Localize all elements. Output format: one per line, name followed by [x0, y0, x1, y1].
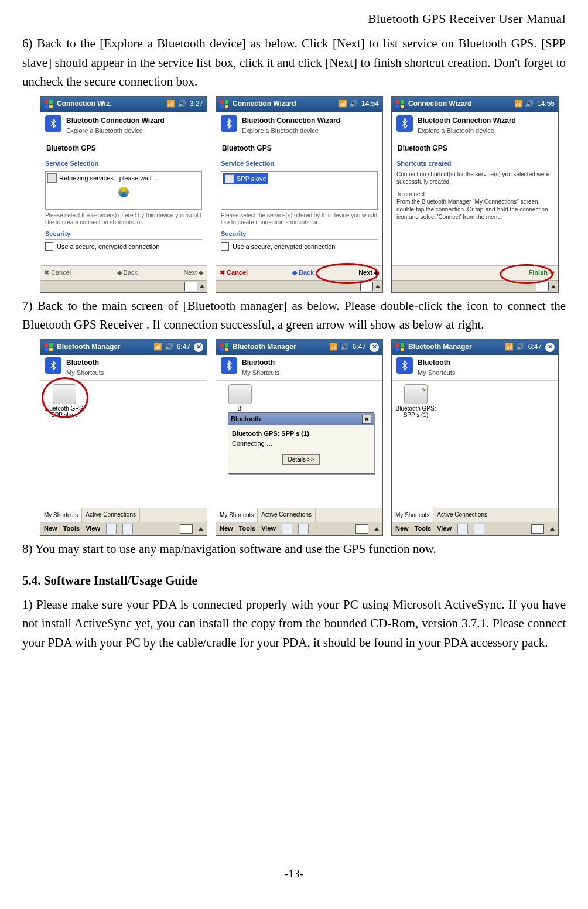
windows-start-icon[interactable]: [44, 343, 53, 352]
secure-connection-checkbox[interactable]: Use a secure, encrypted connection: [221, 242, 378, 252]
cancel-button[interactable]: ✖ Cancel: [220, 268, 248, 278]
shortcut-label: Bluetooth GPS: SPP s (1): [396, 405, 436, 418]
shortcuts-area[interactable]: BlGP Bluetooth✕ Bluetooth GPS: SPP s (1)…: [216, 380, 382, 508]
toolbar-icon-1[interactable]: [457, 524, 468, 534]
document-header: Bluetooth GPS Receiver User Manual: [368, 9, 566, 29]
shortcut-label: Bluetooth GPS: SPP slave: [45, 405, 85, 418]
security-label: Security: [221, 229, 378, 240]
tab-active-connections[interactable]: Active Connections: [258, 508, 316, 522]
windows-start-icon[interactable]: [44, 100, 53, 109]
toolbar-icon-2[interactable]: [298, 524, 309, 534]
secure-connection-checkbox[interactable]: Use a secure, encrypted connection: [45, 242, 202, 252]
page-number: -13-: [0, 865, 588, 882]
menu-view[interactable]: View: [86, 524, 100, 534]
service-list[interactable]: SPP slave: [221, 171, 378, 210]
bm-header: Bluetooth: [66, 357, 104, 368]
security-label: Security: [45, 229, 202, 240]
wizard-shot-3: Connection Wizard 📶 🔊 14:55 Bluetooth Co…: [391, 96, 559, 293]
shortcut-item[interactable]: Bluetooth GPS: SPP slave: [44, 384, 85, 418]
menu-new[interactable]: New: [44, 524, 57, 534]
service-list[interactable]: Retrieving services - please wait …: [45, 171, 202, 210]
shortcut-item-connected[interactable]: ↘ Bluetooth GPS: SPP s (1): [395, 384, 436, 418]
svg-rect-23: [401, 348, 404, 351]
arrow-up-icon[interactable]: [374, 527, 379, 531]
svg-rect-3: [49, 105, 53, 108]
windows-start-icon[interactable]: [220, 100, 229, 109]
wizard-shot-1: Connection Wiz. 📶 🔊 3:27 Bluetooth Conne…: [40, 96, 207, 293]
windows-start-icon[interactable]: [220, 343, 229, 352]
spp-slave-item[interactable]: SPP slave: [223, 173, 268, 184]
details-button[interactable]: Details >>: [282, 454, 319, 466]
tray-icons: 📶 🔊 6:47: [153, 341, 190, 353]
windows-start-icon[interactable]: [395, 100, 405, 109]
svg-rect-21: [401, 343, 404, 347]
step-8-text: 8) You may start to use any map/navigati…: [22, 539, 566, 559]
service-selection-label: Service Selection: [221, 159, 378, 169]
keyboard-icon[interactable]: [360, 282, 373, 291]
tab-my-shortcuts[interactable]: My Shortcuts: [392, 508, 433, 522]
menu-new[interactable]: New: [395, 524, 409, 534]
back-button[interactable]: ◆ Back: [117, 268, 138, 278]
title-bar-label: Connection Wizard: [408, 98, 472, 110]
svg-rect-18: [220, 348, 224, 351]
wizard-subtitle: Explore a Bluetooth device: [242, 126, 340, 136]
manager-shot-1: Bluetooth Manager📶 🔊 6:47✕ BluetoothMy S…: [40, 339, 207, 536]
svg-rect-13: [49, 343, 53, 347]
screenshot-row-2: Bluetooth Manager📶 🔊 6:47✕ BluetoothMy S…: [40, 339, 566, 536]
svg-rect-11: [401, 105, 404, 108]
menu-new[interactable]: New: [220, 524, 233, 534]
toolbar-icon-2[interactable]: [474, 524, 484, 534]
manager-shot-3: Bluetooth Manager📶 🔊 6:47✕ BluetoothMy S…: [391, 339, 559, 536]
close-button[interactable]: ✕: [194, 343, 203, 352]
menu-view[interactable]: View: [437, 524, 452, 534]
device-name: Bluetooth GPS: [40, 139, 207, 158]
close-button[interactable]: ✕: [545, 343, 555, 352]
windows-start-icon[interactable]: [395, 343, 405, 352]
toolbar-icon-2[interactable]: [122, 524, 133, 534]
shortcuts-created-label: Shortcuts created: [396, 159, 553, 169]
tray-icons: 📶 🔊 14:54: [339, 98, 379, 110]
menu-tools[interactable]: Tools: [415, 524, 432, 534]
next-button[interactable]: Next ◆: [183, 268, 203, 278]
service-icon: [225, 174, 234, 183]
svg-rect-4: [220, 100, 224, 104]
service-hint: Please select the service(s) offered by …: [45, 212, 202, 227]
title-bar-label: Bluetooth Manager: [233, 341, 296, 353]
back-button[interactable]: ◆ Back: [292, 268, 314, 278]
shortcuts-area[interactable]: ↘ Bluetooth GPS: SPP s (1): [392, 380, 558, 508]
arrow-up-icon[interactable]: [375, 285, 380, 288]
cancel-button[interactable]: ✖ Cancel: [44, 268, 71, 278]
title-bar-label: Bluetooth Manager: [408, 341, 472, 353]
arrow-up-icon[interactable]: [550, 527, 555, 531]
arrow-up-icon[interactable]: [199, 527, 203, 531]
svg-rect-5: [225, 100, 228, 104]
tab-active-connections[interactable]: Active Connections: [433, 508, 491, 522]
shortcuts-created-msg: Connection shortcut(s) for the service(s…: [396, 170, 553, 186]
finish-button[interactable]: Finish ↻: [529, 268, 555, 278]
dialog-close-button[interactable]: ✕: [362, 415, 371, 424]
dialog-status: Connecting …: [232, 439, 370, 449]
menu-view[interactable]: View: [261, 524, 276, 534]
keyboard-icon[interactable]: [536, 282, 549, 291]
tab-active-connections[interactable]: Active Connections: [82, 508, 140, 522]
arrow-up-icon[interactable]: [200, 285, 204, 288]
arrow-up-icon[interactable]: [551, 285, 556, 288]
tray-icons: 📶 🔊 3:27: [166, 98, 203, 110]
next-button[interactable]: Next ◆: [358, 268, 379, 278]
connecting-dialog: Bluetooth✕ Bluetooth GPS: SPP s (1) Conn…: [228, 412, 374, 474]
keyboard-icon[interactable]: [180, 524, 193, 534]
menu-tools[interactable]: Tools: [239, 524, 256, 534]
title-bar: Connection Wizard 📶 🔊 14:55: [392, 97, 558, 112]
keyboard-icon[interactable]: [184, 282, 197, 291]
keyboard-icon[interactable]: [355, 524, 368, 534]
toolbar-icon-1[interactable]: [282, 524, 292, 534]
shortcuts-area[interactable]: Bluetooth GPS: SPP slave: [40, 380, 207, 508]
menu-bar: New Tools View: [40, 522, 207, 535]
svg-rect-22: [396, 348, 399, 351]
menu-tools[interactable]: Tools: [63, 524, 80, 534]
tab-my-shortcuts[interactable]: My Shortcuts: [40, 508, 82, 522]
toolbar-icon-1[interactable]: [106, 524, 117, 534]
tab-my-shortcuts[interactable]: My Shortcuts: [216, 508, 258, 522]
close-button[interactable]: ✕: [370, 343, 379, 352]
keyboard-icon[interactable]: [531, 524, 544, 534]
